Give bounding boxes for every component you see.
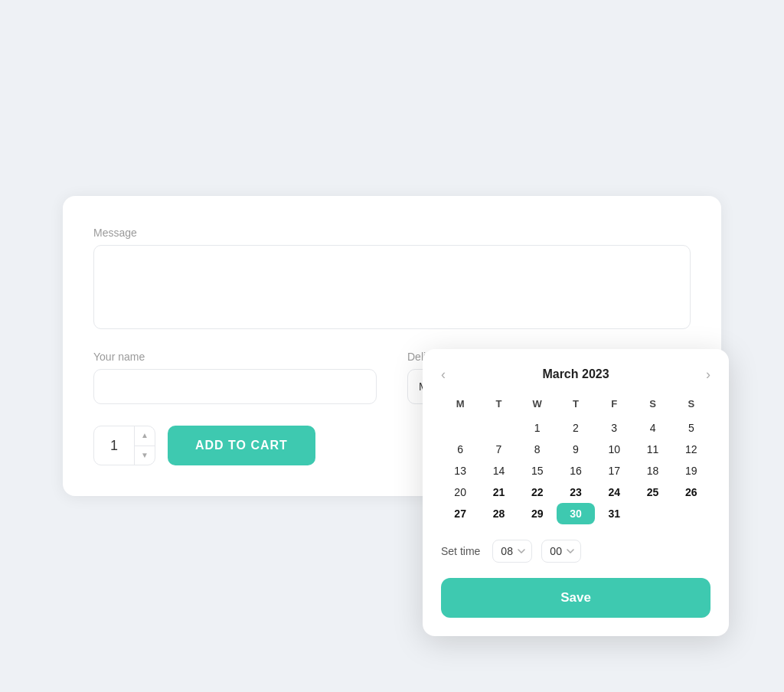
weekday-tue: T <box>479 393 518 417</box>
calendar-day[interactable]: 8 <box>518 439 557 460</box>
calendar-day <box>479 417 518 439</box>
calendar-day <box>633 503 671 524</box>
weekday-mon: M <box>441 393 479 417</box>
calendar-body: 1234567891011121314151617181920212223242… <box>441 417 710 524</box>
calendar-week-row: 6789101112 <box>441 439 710 460</box>
weekday-wed: W <box>518 393 557 417</box>
quantity-arrows: ▲ ▼ <box>134 426 155 465</box>
calendar-week-row: 20212223242526 <box>441 481 710 503</box>
calendar-day[interactable]: 4 <box>633 417 671 439</box>
calendar-day[interactable]: 2 <box>557 417 595 439</box>
add-to-cart-button[interactable]: ADD TO CART <box>168 426 315 465</box>
quantity-down-button[interactable]: ▼ <box>135 446 155 465</box>
calendar-day[interactable]: 27 <box>441 503 479 524</box>
calendar-day[interactable]: 7 <box>479 439 518 460</box>
calendar-day[interactable]: 21 <box>479 481 518 503</box>
weekday-sat: S <box>633 393 671 417</box>
message-field-group: Message <box>93 227 691 329</box>
calendar-week-row: 12345 <box>441 417 710 439</box>
quantity-wrapper: ▲ ▼ <box>93 426 155 465</box>
message-label: Message <box>93 227 691 239</box>
calendar-day[interactable]: 15 <box>518 460 557 481</box>
calendar-day[interactable]: 28 <box>479 503 518 524</box>
set-time-row: Set time 0001020304050607080910111213141… <box>441 540 710 563</box>
weekday-fri: F <box>595 393 633 417</box>
calendar-day[interactable]: 22 <box>518 481 557 503</box>
weekday-sun: S <box>672 393 710 417</box>
your-name-label: Your name <box>93 351 377 363</box>
calendar-day[interactable]: 12 <box>672 439 710 460</box>
calendar-popover: ‹ March 2023 › M T W T F S S 12345678910… <box>423 349 729 636</box>
calendar-day[interactable]: 29 <box>518 503 557 524</box>
calendar-day[interactable]: 16 <box>557 460 595 481</box>
calendar-day[interactable]: 6 <box>441 439 479 460</box>
calendar-day <box>672 503 710 524</box>
calendar-next-button[interactable]: › <box>706 367 710 383</box>
calendar-day[interactable]: 14 <box>479 460 518 481</box>
main-card: Message Your name Delivery on <box>63 196 721 496</box>
quantity-up-button[interactable]: ▲ <box>135 426 155 446</box>
weekday-thu: T <box>557 393 595 417</box>
calendar-day[interactable]: 3 <box>595 417 633 439</box>
calendar-day[interactable]: 23 <box>557 481 595 503</box>
calendar-week-row: 13141516171819 <box>441 460 710 481</box>
calendar-day <box>441 417 479 439</box>
save-button[interactable]: Save <box>441 578 710 618</box>
hour-select[interactable]: 0001020304050607080910111213141516171819… <box>492 540 532 563</box>
calendar-header: ‹ March 2023 › <box>441 367 710 381</box>
calendar-day[interactable]: 20 <box>441 481 479 503</box>
minute-select[interactable]: 00153045 <box>541 540 581 563</box>
calendar-day[interactable]: 30 <box>557 503 595 524</box>
message-textarea[interactable] <box>93 245 691 329</box>
calendar-day[interactable]: 5 <box>672 417 710 439</box>
calendar-week-row: 2728293031 <box>441 503 710 524</box>
your-name-input[interactable] <box>93 369 377 404</box>
calendar-day[interactable]: 31 <box>595 503 633 524</box>
calendar-title: March 2023 <box>542 367 609 381</box>
calendar-day[interactable]: 19 <box>672 460 710 481</box>
quantity-input[interactable] <box>94 438 134 454</box>
your-name-group: Your name <box>93 351 377 404</box>
calendar-day[interactable]: 1 <box>518 417 557 439</box>
calendar-grid: M T W T F S S 12345678910111213141516171… <box>441 393 710 524</box>
calendar-weekdays-row: M T W T F S S <box>441 393 710 417</box>
calendar-day[interactable]: 25 <box>633 481 671 503</box>
calendar-day[interactable]: 26 <box>672 481 710 503</box>
set-time-label: Set time <box>441 545 480 557</box>
calendar-day[interactable]: 24 <box>595 481 633 503</box>
calendar-day[interactable]: 13 <box>441 460 479 481</box>
calendar-day[interactable]: 18 <box>633 460 671 481</box>
calendar-day[interactable]: 11 <box>633 439 671 460</box>
calendar-day[interactable]: 10 <box>595 439 633 460</box>
calendar-day[interactable]: 9 <box>557 439 595 460</box>
calendar-prev-button[interactable]: ‹ <box>441 367 446 383</box>
calendar-day[interactable]: 17 <box>595 460 633 481</box>
